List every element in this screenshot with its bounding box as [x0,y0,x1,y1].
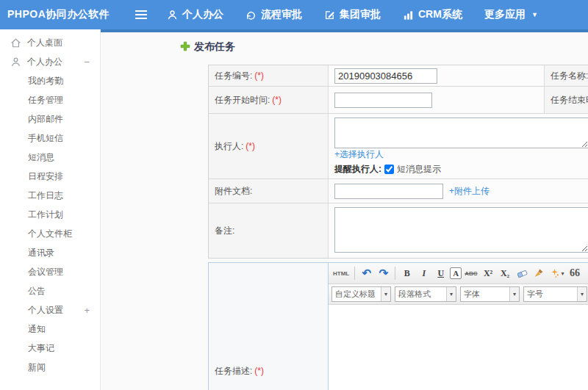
editor-toolbar-row2: 自定义标题▾段落格式▾字体▾字号▾ [329,284,588,305]
select-label: 自定义标题 [332,289,381,300]
chevron-down-icon[interactable]: ▾ [509,287,519,301]
sidebar-item-label: 会议管理 [28,266,63,278]
chevron-down-icon[interactable]: ▾ [577,287,587,301]
sms-remind-checkbox[interactable] [384,165,394,174]
attachment-upload-link[interactable]: +附件上传 [449,185,490,198]
sidebar-item-personal-office[interactable]: 个人办公− [0,52,100,71]
remind-executor-label: 提醒执行人: [334,163,381,176]
undo-button[interactable]: ↶ [359,265,374,281]
sidebar-item-short-message[interactable]: 短消息 [0,148,100,167]
html-source-button[interactable]: HTML [331,265,351,281]
sidebar-item-meeting-management[interactable]: 会议管理 [0,262,100,281]
sidebar-item-personal-settings[interactable]: 个人设置+ [0,300,100,319]
top-header: PHPOA协同办公软件 个人办公流程审批集团审批CRM系统更多应用▼ [0,0,588,29]
paragraph-format-select[interactable]: 段落格式▾ [395,286,456,302]
nav-label: CRM系统 [418,8,462,21]
remark-textarea[interactable] [334,207,588,253]
required-marker: (*) [272,95,282,105]
sidebar-item-personal-file-cabinet[interactable]: 个人文件柜 [0,224,100,243]
toolbar-separator [354,267,355,280]
sidebar-item-label: 短消息 [28,151,54,164]
sidebar-item-mobile-sms[interactable]: 手机短信 [0,129,100,148]
main-content: 发布任务 任务编号:(*) 任务名称:(*) [101,29,588,390]
blockquote-button[interactable]: 66 [567,265,583,281]
select-label: 字号 [524,289,577,300]
editor-content-area[interactable] [329,305,588,390]
collapse-icon[interactable]: − [84,57,90,68]
expand-icon[interactable]: + [84,305,90,316]
sidebar-item-memorabilia[interactable]: 大事记 [0,339,100,358]
bar-chart-icon [403,10,414,21]
task-description-label: 任务描述:(*) [209,263,329,390]
sidebar-item-work-log[interactable]: 工作日志 [0,186,100,205]
sidebar-item-label: 个人文件柜 [28,228,72,240]
sidebar-item-notice[interactable]: 通知 [0,319,100,339]
edit-square-icon [324,10,335,21]
sidebar-item-contacts[interactable]: 通讯录 [0,243,100,262]
chevron-down-icon[interactable]: ▾ [381,287,390,301]
nav-item-personal-office[interactable]: 个人办公 [167,8,223,21]
menu-toggle-button[interactable] [129,0,154,29]
font-family-select[interactable]: 字体▾ [460,286,520,302]
nav-label: 个人办公 [182,8,223,21]
sidebar-item-label: 我的考勤 [28,75,63,87]
chevron-down-icon: ▾ [562,270,564,277]
custom-title-select[interactable]: 自定义标题▾ [331,286,391,302]
publish-task-form: 任务编号:(*) 任务名称:(*) 任务开始时间:(*) [208,65,588,390]
redo-button[interactable]: ↷ [376,265,391,281]
task-no-input[interactable] [334,68,437,84]
strikethrough-button[interactable]: ABC [463,265,478,281]
sidebar: 个人桌面个人办公−我的考勤任务管理内部邮件手机短信短消息日程安排工作日志工作计划… [0,29,101,390]
nav-item-group-approval[interactable]: 集团审批 [324,8,381,21]
superscript-button[interactable]: X² [481,265,496,281]
underline-button[interactable]: U [433,265,448,281]
sidebar-item-label: 内部邮件 [28,113,63,126]
editor-toolbar-row1: HTML↶↷BIUAABCX²X₂▾66TA▾ [329,263,588,284]
nav-item-more-apps[interactable]: 更多应用▼ [484,8,538,21]
eraser-button[interactable] [514,265,530,281]
task-no-label: 任务编号:(*) [209,65,329,86]
bold-button[interactable]: B [399,265,415,281]
page-title: 发布任务 [180,40,235,54]
sidebar-item-label: 公告 [28,285,46,297]
format-brush-button[interactable] [531,265,547,281]
sidebar-item-news[interactable]: 新闻 [0,358,100,377]
sms-remind-option-label: 短消息提示 [397,163,441,176]
main-nav: 个人办公流程审批集团审批CRM系统更多应用▼ [167,8,538,21]
sidebar-item-label: 手机短信 [28,132,63,145]
hamburger-icon [135,14,147,15]
nav-item-workflow-approval[interactable]: 流程审批 [245,8,302,21]
subscript-button[interactable]: X₂ [498,265,513,281]
sidebar-item-label: 个人桌面 [27,37,62,49]
italic-button[interactable]: I [416,265,431,281]
executor-label: 执行人:(*) [209,114,329,178]
user-icon [167,10,178,21]
required-marker: (*) [254,366,264,376]
sidebar-item-my-attendance[interactable]: 我的考勤 [0,71,100,90]
start-time-input[interactable] [334,93,432,108]
start-time-label: 任务开始时间:(*) [209,87,329,113]
paste-plain-button[interactable]: T [584,265,588,281]
sidebar-item-announcement[interactable]: 公告 [0,281,100,300]
task-description-section: 任务描述:(*) HTML↶↷BIUAABCX²X₂▾66TA▾ 自定义标题▾段… [208,262,588,390]
add-plus-icon [180,41,190,54]
sidebar-item-internal-mail[interactable]: 内部邮件 [0,109,100,129]
sidebar-item-label: 工作日志 [28,189,63,202]
nav-item-crm-system[interactable]: CRM系统 [403,8,462,21]
sidebar-item-work-plan[interactable]: 工作计划 [0,205,100,224]
choose-executor-link[interactable]: +选择执行人 [334,148,384,161]
sidebar-item-personal-desktop[interactable]: 个人桌面 [0,33,100,52]
sidebar-item-schedule[interactable]: 日程安排 [0,167,100,186]
sidebar-item-label: 通知 [28,323,46,336]
nav-label: 集团审批 [340,8,381,21]
attachment-input[interactable] [334,184,443,199]
auto-typeset-button[interactable]: ▾ [548,265,566,281]
sidebar-item-label: 个人办公 [27,56,62,68]
font-size-select[interactable]: 字号▾ [523,286,587,302]
sidebar-item-label: 个人设置 [28,304,63,317]
chevron-down-icon[interactable]: ▾ [446,287,456,301]
sidebar-item-task-management[interactable]: 任务管理 [0,90,100,109]
executor-textarea[interactable] [334,118,588,148]
font-name-button[interactable]: A [450,267,462,279]
chevron-down-icon: ▼ [531,11,538,18]
